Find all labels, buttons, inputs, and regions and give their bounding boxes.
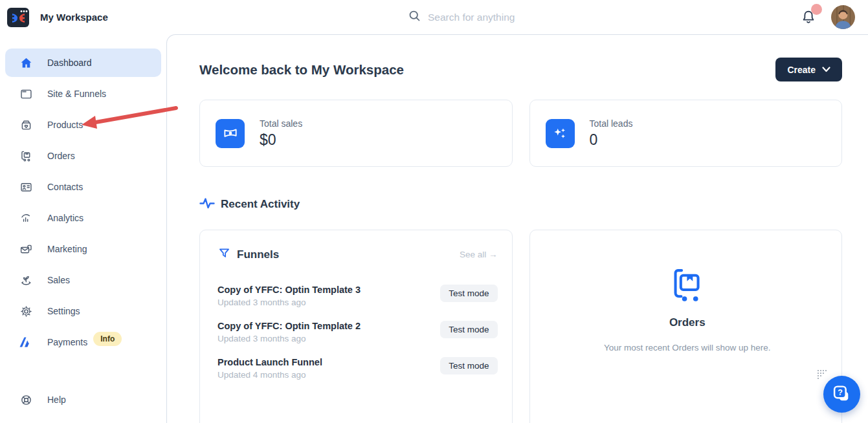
sidebar-item-sales[interactable]: Sales — [5, 266, 161, 294]
sidebar-item-label: Payments — [47, 337, 87, 347]
sidebar-item-payments[interactable]: Payments Info — [5, 328, 161, 356]
money-bill-icon — [216, 119, 245, 148]
browser-icon — [19, 87, 33, 101]
hand-plant-icon — [19, 273, 33, 287]
stat-value: $0 — [260, 131, 302, 149]
test-mode-badge: Test mode — [440, 321, 497, 338]
funnel-icon — [217, 246, 231, 263]
workspace-title: My Workspace — [40, 12, 108, 23]
home-icon — [19, 56, 33, 70]
search-input[interactable] — [428, 12, 570, 23]
sidebar-item-label: Site & Funnels — [47, 89, 106, 99]
funnel-updated: Updated 4 months ago — [217, 370, 322, 380]
see-all-link[interactable]: See all → — [460, 250, 498, 259]
sidebar-item-label: Products — [47, 120, 83, 130]
sidebar-item-marketing[interactable]: Marketing — [5, 235, 161, 263]
funnel-name[interactable]: Copy of YFFC: Optin Template 3 — [217, 285, 361, 295]
create-button[interactable]: Create — [775, 58, 842, 81]
sidebar-item-label: Analytics — [47, 213, 83, 223]
chevron-down-icon — [822, 67, 830, 72]
topbar: My Workspace — [0, 0, 868, 34]
sidebar-item-label: Orders — [47, 151, 75, 161]
payments-logo-icon — [19, 335, 33, 349]
total-leads-card: Total leads 0 — [529, 100, 843, 167]
envelope-icon — [19, 242, 33, 256]
sidebar-item-site-funnels[interactable]: Site & Funnels — [5, 80, 161, 108]
global-search[interactable] — [408, 0, 570, 34]
recent-activity-title: Recent Activity — [221, 198, 300, 211]
sidebar-item-label: Help — [47, 395, 66, 405]
funnel-list-item[interactable]: Copy of YFFC: Optin Template 3 Updated 3… — [217, 285, 498, 307]
stat-label: Total leads — [590, 118, 633, 129]
funnels-title: Funnels — [237, 248, 279, 261]
orders-cart-icon — [667, 267, 707, 306]
page-title: Welcome back to My Workspace — [199, 62, 404, 78]
sidebar-item-contacts[interactable]: Contacts — [5, 173, 161, 201]
funnel-updated: Updated 3 months ago — [217, 334, 361, 343]
sidebar-item-label: Settings — [47, 306, 80, 316]
user-avatar[interactable] — [831, 5, 855, 29]
sidebar-item-analytics[interactable]: Analytics — [5, 204, 161, 232]
orders-card: Orders Your most recent Orders will show… — [529, 230, 843, 423]
clickfunnels-logo-icon — [6, 6, 30, 28]
sidebar-item-products[interactable]: Products — [5, 111, 161, 139]
sidebar-item-orders[interactable]: Orders — [5, 142, 161, 170]
sidebar: Dashboard Site & Funnels Products — [0, 34, 166, 423]
stat-value: 0 — [590, 131, 633, 149]
sidebar-item-label: Marketing — [47, 244, 87, 254]
info-badge: Info — [93, 332, 122, 346]
sidebar-item-settings[interactable]: Settings — [5, 297, 161, 325]
stat-label: Total sales — [260, 118, 302, 129]
notifications-button[interactable] — [800, 8, 817, 27]
sidebar-item-help[interactable]: Help — [5, 385, 161, 414]
create-button-label: Create — [787, 65, 816, 75]
lifebuoy-icon — [19, 393, 33, 407]
activity-pulse-icon — [199, 197, 215, 212]
funnel-updated: Updated 3 months ago — [217, 298, 361, 307]
orders-title: Orders — [669, 316, 706, 329]
funnel-list-item[interactable]: Copy of YFFC: Optin Template 2 Updated 3… — [217, 321, 498, 343]
sidebar-item-label: Dashboard — [47, 58, 92, 68]
funnel-name[interactable]: Product Launch Funnel — [217, 357, 322, 367]
sidebar-item-label: Contacts — [47, 182, 83, 192]
orders-empty-text: Your most recent Orders will show up her… — [604, 343, 771, 352]
funnels-card: Funnels See all → Copy of YFFC: Optin Te… — [199, 230, 513, 423]
contact-card-icon — [19, 180, 33, 194]
analytics-icon — [19, 211, 33, 225]
notification-dot — [811, 4, 822, 15]
cart-icon — [19, 149, 33, 163]
test-mode-badge: Test mode — [440, 285, 497, 302]
question-mark-glyph: ? — [838, 388, 843, 397]
total-sales-card: Total sales $0 — [199, 100, 513, 167]
drag-grip-icon[interactable] — [817, 369, 828, 383]
sidebar-item-dashboard[interactable]: Dashboard — [5, 49, 161, 77]
test-mode-badge: Test mode — [440, 357, 497, 374]
sidebar-item-label: Sales — [47, 275, 70, 285]
help-chat-button[interactable]: ? — [823, 376, 860, 413]
funnel-list-item[interactable]: Product Launch Funnel Updated 4 months a… — [217, 357, 498, 380]
search-icon — [408, 9, 421, 25]
chat-help-icon: ? — [832, 384, 852, 404]
gear-icon — [19, 304, 33, 318]
funnel-name[interactable]: Copy of YFFC: Optin Template 2 — [217, 321, 361, 331]
sparkles-icon — [546, 119, 575, 148]
main-panel: Welcome back to My Workspace Create Tota… — [166, 34, 868, 423]
product-box-icon — [19, 118, 33, 132]
